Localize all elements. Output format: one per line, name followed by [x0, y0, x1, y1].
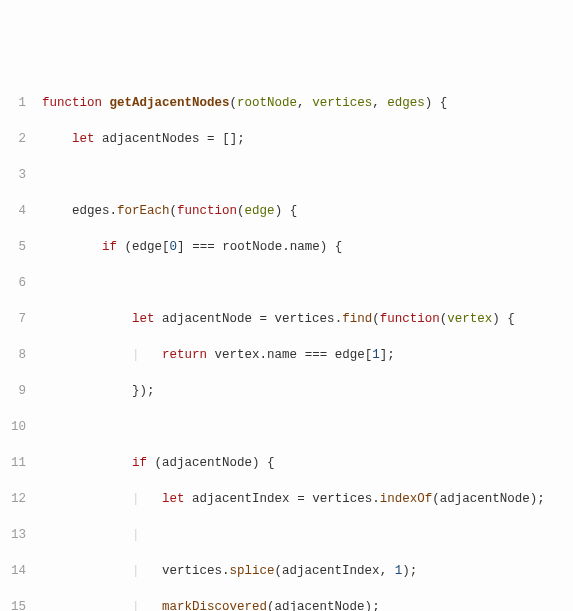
line-number: 1 [0, 94, 26, 112]
code-line: let adjacentNodes = []; [42, 130, 573, 148]
code-line: | let adjacentIndex = vertices.indexOf(a… [42, 490, 573, 508]
line-number: 9 [0, 382, 26, 400]
line-number: 15 [0, 598, 26, 611]
line-number: 10 [0, 418, 26, 436]
line-number: 6 [0, 274, 26, 292]
code-line: | markDiscovered(adjacentNode); [42, 598, 573, 611]
line-number: 14 [0, 562, 26, 580]
code-line: if (edge[0] === rootNode.name) { [42, 238, 573, 256]
code-area[interactable]: function getAdjacentNodes(rootNode, vert… [38, 76, 573, 611]
code-line: | return vertex.name === edge[1]; [42, 346, 573, 364]
code-line: | [42, 526, 573, 544]
code-line: let adjacentNode = vertices.find(functio… [42, 310, 573, 328]
line-number: 2 [0, 130, 26, 148]
code-line: if (adjacentNode) { [42, 454, 573, 472]
code-line: function getAdjacentNodes(rootNode, vert… [42, 94, 573, 112]
code-line [42, 418, 573, 436]
line-number: 12 [0, 490, 26, 508]
line-number: 5 [0, 238, 26, 256]
code-line: }); [42, 382, 573, 400]
line-number: 3 [0, 166, 26, 184]
code-line: edges.forEach(function(edge) { [42, 202, 573, 220]
line-number: 4 [0, 202, 26, 220]
code-line [42, 166, 573, 184]
code-line [42, 274, 573, 292]
code-line: | vertices.splice(adjacentIndex, 1); [42, 562, 573, 580]
line-number: 8 [0, 346, 26, 364]
line-number: 11 [0, 454, 26, 472]
line-number: 13 [0, 526, 26, 544]
code-editor: 1 2 3 4 5 6 7 8 9 10 11 12 13 14 15 16 1… [0, 76, 573, 611]
line-number: 7 [0, 310, 26, 328]
line-number-gutter: 1 2 3 4 5 6 7 8 9 10 11 12 13 14 15 16 1… [0, 76, 38, 611]
